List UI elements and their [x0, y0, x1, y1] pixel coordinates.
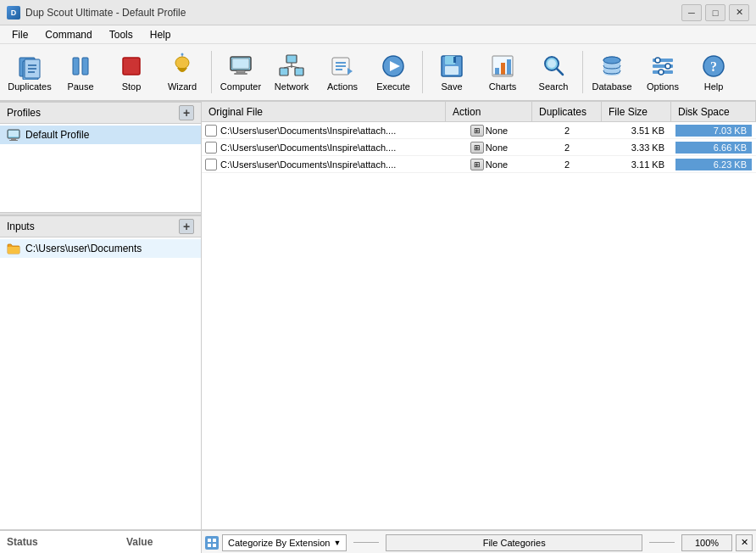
categorize-icon — [205, 536, 219, 550]
execute-icon — [380, 53, 407, 80]
svg-point-47 — [665, 64, 670, 69]
svg-rect-16 — [286, 55, 297, 63]
title-bar-controls: ─ □ ✕ — [681, 4, 749, 21]
menu-command[interactable]: Command — [36, 27, 100, 42]
toolbar-network[interactable]: Network — [267, 47, 316, 97]
file-checkbox-2[interactable] — [205, 142, 217, 154]
toolbar-database[interactable]: Database — [587, 47, 636, 97]
minimize-button[interactable]: ─ — [681, 4, 702, 21]
stop-icon — [118, 53, 145, 80]
diskspace-val-3: 6.23 KB — [675, 159, 752, 170]
profile-item-default[interactable]: Default Profile — [0, 126, 201, 144]
categorize-close-button[interactable]: ✕ — [736, 534, 753, 551]
inputs-header: Inputs + — [0, 215, 201, 237]
profile-pc-icon — [7, 128, 20, 142]
main-area: Profiles + Default Profile — [0, 102, 756, 529]
col-header-diskspace: Disk Space — [671, 102, 756, 121]
categorize-dropdown[interactable]: Categorize By Extension ▼ — [222, 534, 347, 551]
left-panel: Profiles + Default Profile — [0, 102, 202, 529]
toolbar-sep2 — [422, 51, 423, 93]
file-path-2: C:\Users\user\Documents\Inspire\attach..… — [220, 142, 396, 153]
options-icon — [649, 53, 676, 80]
network-label: Network — [275, 81, 309, 92]
duplicates-label: Duplicates — [8, 81, 51, 92]
svg-line-39 — [557, 69, 563, 75]
toolbar-sep1 — [211, 51, 212, 93]
diskspace-val-1: 7.03 KB — [675, 125, 752, 137]
toolbar-help[interactable]: ? Help — [689, 47, 738, 97]
app-icon: D — [7, 6, 20, 20]
save-label: Save — [441, 81, 462, 92]
close-button[interactable]: ✕ — [729, 4, 749, 21]
col-header-duplicates: Duplicates — [532, 102, 602, 121]
toolbar-search[interactable]: Search — [529, 47, 578, 97]
file-checkbox-1[interactable] — [205, 125, 217, 137]
svg-rect-14 — [236, 70, 245, 73]
profiles-list: Default Profile — [0, 124, 201, 212]
cat-sep1 — [353, 542, 379, 543]
toolbar-options[interactable]: Options — [638, 47, 687, 97]
dup-val-1: 2 — [564, 126, 570, 136]
svg-rect-74 — [208, 539, 211, 542]
profiles-add-button[interactable]: + — [179, 105, 194, 120]
right-bottom-panel: Categorize By Extension ▼ File Categorie… — [202, 531, 756, 553]
svg-marker-26 — [347, 68, 353, 75]
cat-sep2 — [649, 542, 675, 543]
execute-label: Execute — [376, 81, 410, 92]
toolbar: Duplicates Pause Stop Wiza — [0, 44, 756, 102]
action-val-3: None — [486, 159, 508, 170]
menu-tools[interactable]: Tools — [101, 27, 142, 42]
help-icon: ? — [700, 53, 727, 80]
stats-header: Status Value — [0, 534, 201, 550]
svg-point-48 — [659, 70, 664, 75]
filesize-val-2: 3.33 KB — [631, 142, 664, 153]
toolbar-duplicates[interactable]: Duplicates — [5, 47, 54, 97]
table-row[interactable]: C:\Users\user\Documents\Inspire\attach..… — [202, 156, 756, 173]
toolbar-execute[interactable]: Execute — [369, 47, 418, 97]
right-panel: Original File Action Duplicates File Siz… — [202, 102, 756, 529]
toolbar-sep3 — [582, 51, 583, 93]
toolbar-save[interactable]: Save — [427, 47, 476, 97]
toolbar-pause[interactable]: Pause — [56, 47, 105, 97]
dropdown-arrow-icon: ▼ — [333, 539, 341, 547]
charts-icon — [489, 53, 516, 80]
results-header: Original File Action Duplicates File Siz… — [202, 102, 756, 122]
filesize-val-1: 3.51 KB — [631, 126, 664, 136]
menu-bar: File Command Tools Help — [0, 25, 756, 44]
file-categories-button[interactable]: File Categories — [386, 534, 642, 551]
menu-help[interactable]: Help — [142, 27, 180, 42]
options-label: Options — [647, 81, 679, 92]
toolbar-charts[interactable]: Charts — [478, 47, 527, 97]
diskspace-val-2: 6.66 KB — [675, 142, 752, 154]
profiles-header: Profiles + — [0, 102, 201, 124]
inputs-add-button[interactable]: + — [179, 219, 194, 234]
input-item[interactable]: C:\Users\user\Documents — [0, 239, 201, 258]
title-bar: D Dup Scout Ultimate - Default Profile ─… — [0, 0, 756, 25]
col-header-original: Original File — [202, 102, 446, 121]
toolbar-actions[interactable]: Actions — [318, 47, 367, 97]
toolbar-computer[interactable]: Computer — [216, 47, 265, 97]
stop-label: Stop — [122, 81, 142, 92]
inputs-section: Inputs + C:\Users\user\Documents — [0, 215, 201, 529]
table-row[interactable]: C:\Users\user\Documents\Inspire\attach..… — [202, 122, 756, 139]
toolbar-wizard[interactable]: Wizard — [158, 47, 207, 97]
file-checkbox-3[interactable] — [205, 159, 217, 170]
maximize-button[interactable]: □ — [705, 4, 725, 21]
pause-label: Pause — [67, 81, 93, 92]
svg-rect-7 — [82, 58, 88, 75]
stats-panel: Status Value Total Dirs 17 — [0, 531, 202, 553]
table-row[interactable]: C:\Users\user\Documents\Inspire\attach..… — [202, 139, 756, 156]
actions-icon — [329, 53, 356, 80]
save-icon — [438, 53, 465, 80]
pause-icon — [67, 53, 94, 80]
svg-rect-31 — [445, 66, 459, 75]
toolbar-stop[interactable]: Stop — [107, 47, 156, 97]
menu-file[interactable]: File — [3, 27, 36, 42]
filesize-val-3: 3.11 KB — [631, 159, 664, 170]
percent-button[interactable]: 100% — [681, 534, 732, 551]
svg-point-46 — [655, 58, 660, 63]
network-icon — [278, 53, 305, 80]
inputs-list: C:\Users\user\Documents — [0, 237, 201, 529]
actions-label: Actions — [327, 81, 358, 92]
wizard-label: Wizard — [168, 81, 197, 92]
